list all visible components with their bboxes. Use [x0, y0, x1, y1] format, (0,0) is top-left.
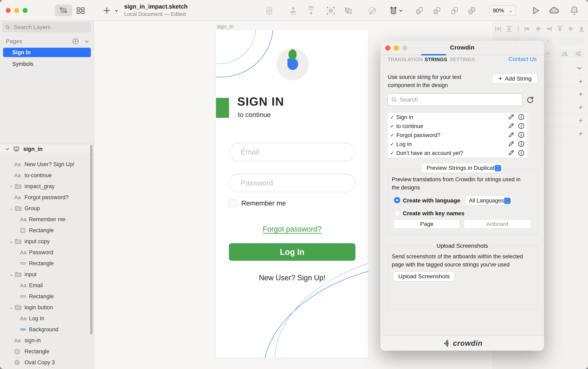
search-layers-input[interactable]: Search Layers [2, 22, 91, 32]
chevron-down-icon[interactable]: ⌄ [9, 239, 13, 244]
ungroup-icon[interactable] [343, 5, 354, 16]
layer-row[interactable]: Background [0, 324, 94, 335]
edit-pencil-icon[interactable] [508, 150, 514, 156]
align-center-horizontal-icon[interactable] [535, 25, 542, 33]
chevron-down-icon[interactable]: ⌄ [9, 305, 13, 310]
boolean-difference-icon[interactable] [466, 5, 477, 16]
page-button[interactable]: Page [394, 219, 460, 229]
layer-list-view-toggle[interactable] [55, 4, 72, 16]
layer-row[interactable]: Aasign-in [0, 335, 94, 346]
artboard-button[interactable]: Artboard [464, 219, 531, 229]
source-string-row[interactable]: ✓to continue [388, 122, 529, 131]
artboard-layer-header[interactable]: sign_in [0, 144, 94, 154]
section-collapse-chevron-icon[interactable] [575, 65, 584, 71]
sidebar-page-symbols[interactable]: Symbols [12, 61, 33, 67]
layer-row[interactable]: AaLog In [0, 313, 94, 324]
edit-pencil-icon[interactable] [508, 141, 514, 147]
group-icon[interactable] [325, 5, 336, 16]
add-blur-button[interactable]: + [577, 130, 585, 138]
create-symbol-icon[interactable] [264, 5, 275, 16]
add-border-button[interactable]: + [577, 103, 585, 112]
info-icon[interactable] [518, 141, 525, 147]
boolean-subtract-icon[interactable] [431, 5, 442, 16]
grid-view-icon[interactable] [75, 5, 86, 16]
align-right-icon[interactable] [545, 25, 553, 33]
sidebar-page-sign-in[interactable]: Sign In [3, 48, 91, 57]
layer-row[interactable]: AaPassword [0, 247, 94, 258]
layer-row[interactable]: AaForgot password? [0, 192, 94, 203]
sign-in-artboard[interactable]: SIGN IN to continue Email Password Remem… [216, 30, 368, 358]
layer-row[interactable]: ⌄input [0, 269, 94, 280]
preview-play-icon[interactable] [530, 5, 541, 16]
layer-row[interactable]: AaEmail [0, 280, 94, 291]
align-left-icon[interactable] [524, 25, 531, 33]
layer-row[interactable]: ⌄Group [0, 203, 94, 214]
source-string-row[interactable]: ✓Forgot password? [388, 131, 529, 140]
add-style-button[interactable]: + [577, 77, 585, 86]
chevron-right-icon[interactable]: › [9, 184, 13, 189]
sign-up-text[interactable]: New User? Sign Up! [216, 274, 368, 282]
layer-row[interactable]: Rectangle [0, 225, 94, 236]
password-field[interactable]: Password [229, 174, 356, 192]
bring-forward-icon[interactable] [288, 5, 299, 16]
strings-list-scrollbar[interactable] [527, 113, 529, 158]
notifications-bell-icon[interactable] [569, 5, 580, 16]
layer-row[interactable]: Oval Copy 3 [0, 357, 94, 368]
sidebar-scrollbar[interactable] [90, 145, 93, 335]
source-string-row[interactable]: ✓Don’t have an account yet? [388, 149, 529, 158]
align-top-icon[interactable] [556, 25, 564, 33]
layer-row[interactable]: ⌄input copy [0, 236, 94, 247]
edit-pencil-icon[interactable] [508, 114, 514, 120]
boolean-intersect-icon[interactable] [449, 5, 460, 16]
upload-screenshots-button[interactable]: Upload Screenshots [393, 271, 455, 281]
layer-row[interactable]: AaNew User? Sign Up! [0, 159, 94, 170]
rotation-field[interactable]: ° [559, 37, 584, 45]
zoom-level-select[interactable]: 90% ⌄ [489, 5, 516, 16]
preview-strings-dropdown[interactable]: Preview Strings in Duplicate ⌃⌄ [421, 163, 503, 173]
add-string-button[interactable]: + Add String [493, 74, 537, 84]
align-bottom-icon[interactable] [578, 25, 585, 33]
add-fill-button[interactable]: + [577, 90, 585, 99]
send-backward-icon[interactable] [306, 5, 317, 16]
info-icon[interactable] [518, 123, 525, 129]
tab-settings[interactable]: SETTINGS [450, 57, 475, 62]
layer-row[interactable]: ⌄login button [0, 302, 94, 313]
remember-me-checkbox[interactable] [229, 199, 236, 207]
strings-search-input[interactable]: Search [388, 93, 523, 106]
layer-row[interactable]: AaRemember me [0, 214, 94, 225]
chevron-down-icon[interactable]: ⌄ [9, 206, 13, 211]
layer-row[interactable]: Aato-continue [0, 170, 94, 181]
boolean-union-icon[interactable] [414, 5, 425, 16]
info-icon[interactable] [518, 132, 525, 138]
distribute-vertically-icon[interactable] [505, 25, 513, 33]
distribute-horizontally-icon[interactable] [494, 25, 502, 33]
info-icon[interactable] [518, 114, 525, 120]
edit-pencil-icon[interactable] [508, 123, 514, 129]
chevron-down-icon[interactable]: ⌄ [9, 272, 13, 277]
source-string-row[interactable]: ✓Sign in [388, 113, 529, 122]
forgot-password-link[interactable]: Forgot password? [216, 225, 368, 233]
create-with-key-names-radio[interactable] [394, 210, 400, 216]
layer-row[interactable]: Rectangle [0, 291, 94, 302]
add-shadow-button[interactable]: + [577, 116, 585, 125]
tab-strings[interactable]: STRINGS [425, 57, 447, 62]
fullscreen-window-button[interactable] [23, 8, 28, 13]
log-in-button[interactable]: Log In [229, 243, 356, 261]
refresh-strings-icon[interactable] [526, 96, 534, 104]
close-window-button[interactable] [6, 8, 10, 13]
create-with-language-radio[interactable] [394, 197, 400, 203]
add-page-icon[interactable] [72, 38, 79, 45]
source-string-row[interactable]: ✓Log In [388, 140, 529, 149]
source-strings-list[interactable]: ✓Sign in✓to continue✓Forgot password?✓Lo… [388, 112, 530, 158]
info-icon[interactable] [518, 150, 525, 156]
edit-pencil-icon[interactable] [508, 132, 514, 138]
align-middle-vertical-icon[interactable] [567, 25, 574, 33]
insert-chevron-icon[interactable] [111, 5, 122, 16]
artboard-canvas-label[interactable]: sign_in [217, 23, 234, 30]
more-options-icon[interactable] [516, 25, 520, 33]
layer-row[interactable]: ›impact_gray [0, 181, 94, 192]
chevron-down-icon[interactable] [5, 147, 10, 151]
resize-tool-icon[interactable] [388, 5, 406, 16]
language-select[interactable]: All Languages ⌃⌄ [465, 196, 513, 206]
flip-vertical-button[interactable] [572, 50, 584, 58]
